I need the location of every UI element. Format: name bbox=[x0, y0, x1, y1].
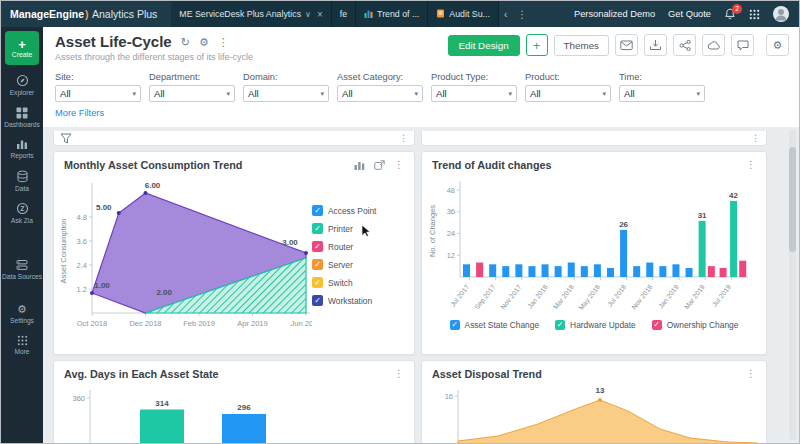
legend-server[interactable]: ✓Server bbox=[312, 259, 410, 270]
personalized-demo-link[interactable]: Personalized Demo bbox=[574, 9, 655, 19]
svg-text:Z: Z bbox=[20, 205, 25, 212]
sidebar-item-data[interactable]: Data bbox=[1, 165, 43, 198]
add-report-button[interactable]: + bbox=[526, 34, 548, 56]
card-menu-icon[interactable]: ⋮ bbox=[394, 369, 404, 379]
sidebar-item-settings[interactable]: ⚙ Settings bbox=[1, 299, 43, 330]
sidebar-item-dashboards[interactable]: Dashboards bbox=[1, 102, 43, 134]
tab-audit-summary[interactable]: Audit Su... bbox=[428, 1, 499, 27]
tab-close-icon[interactable]: × bbox=[317, 9, 323, 20]
card-title: Asset Disposal Trend bbox=[432, 368, 542, 380]
notification-badge: 2 bbox=[732, 4, 742, 14]
filter-funnel-button[interactable] bbox=[60, 133, 72, 144]
checkbox-icon[interactable]: ✓ bbox=[312, 223, 323, 234]
tab-caret-icon[interactable]: ∨ bbox=[305, 10, 311, 19]
svg-text:Mar 2019: Mar 2019 bbox=[683, 283, 706, 310]
svg-text:3.6: 3.6 bbox=[77, 237, 87, 246]
notifications-button[interactable]: 2 bbox=[724, 8, 736, 20]
site-filter-select[interactable]: All▾ bbox=[55, 85, 141, 102]
svg-text:296: 296 bbox=[237, 403, 251, 412]
chart-tab-icon bbox=[364, 9, 373, 20]
svg-text:Jan 2019: Jan 2019 bbox=[657, 283, 680, 310]
filter-domain: Domain: All▾ bbox=[243, 72, 329, 102]
legend-hardware-update[interactable]: ✓Hardware Update bbox=[555, 320, 636, 330]
department-filter-select[interactable]: All▾ bbox=[149, 85, 235, 102]
sidebar-item-data-sources[interactable]: Data Sources bbox=[1, 254, 43, 286]
create-button[interactable]: + Create bbox=[5, 31, 39, 65]
checkbox-icon[interactable]: ✓ bbox=[312, 205, 323, 216]
sidebar-item-explorer[interactable]: Explorer bbox=[1, 69, 43, 102]
settings-button[interactable]: ⚙ bbox=[766, 34, 789, 56]
svg-text:Sep 2017: Sep 2017 bbox=[473, 283, 497, 311]
main-content: Asset Life-Cycle ↻ ⚙ ⋮ Assets through th… bbox=[43, 27, 799, 443]
refresh-icon[interactable]: ↻ bbox=[181, 36, 190, 48]
tab-strip-more-icon[interactable]: ⋮ bbox=[512, 1, 532, 27]
svg-text:5.00: 5.00 bbox=[96, 203, 112, 212]
sidebar-item-more[interactable]: More bbox=[1, 330, 43, 361]
svg-text:13: 13 bbox=[596, 386, 605, 395]
tab-trend-of[interactable]: Trend of ... bbox=[356, 1, 428, 27]
time-filter-select[interactable]: All▾ bbox=[619, 85, 705, 102]
svg-text:Jul 2017: Jul 2017 bbox=[449, 283, 470, 308]
legend-workstation[interactable]: ✓Workstation bbox=[312, 295, 410, 306]
themes-button[interactable]: Themes bbox=[554, 35, 609, 56]
partial-card-menu-icon[interactable]: ⋮ bbox=[751, 133, 760, 143]
legend-switch[interactable]: ✓Switch bbox=[312, 277, 410, 288]
checkbox-icon[interactable]: ✓ bbox=[312, 259, 323, 270]
checkbox-icon[interactable]: ✓ bbox=[555, 320, 565, 330]
legend-printer[interactable]: ✓Printer bbox=[312, 223, 410, 234]
svg-text:12: 12 bbox=[447, 251, 455, 260]
data-sources-icon bbox=[16, 259, 28, 271]
legend-access-point[interactable]: ✓Access Point bbox=[312, 205, 410, 216]
sidebar-item-reports[interactable]: Reports bbox=[1, 133, 43, 165]
get-quote-link[interactable]: Get Quote bbox=[668, 9, 711, 19]
more-grid-icon bbox=[17, 335, 28, 346]
svg-text:Nov 2017: Nov 2017 bbox=[499, 283, 523, 310]
sidebar-item-ask-zia[interactable]: Z Ask Zia bbox=[1, 197, 43, 230]
title-more-icon[interactable]: ⋮ bbox=[218, 36, 229, 48]
tab-overflow-chevron-icon[interactable]: ‹ bbox=[499, 1, 512, 27]
legend-router[interactable]: ✓Router bbox=[312, 241, 410, 252]
card-monthly-asset-consumption: Monthly Asset Consumption Trend ⋮ 1.22.4… bbox=[53, 151, 415, 355]
card-avg-days-in-asset-state: Avg. Days in Each Asset State ⋮ 36031429… bbox=[53, 360, 415, 443]
card-menu-icon[interactable]: ⋮ bbox=[746, 160, 756, 170]
legend-asset-state-change[interactable]: ✓Asset State Change bbox=[450, 320, 540, 330]
sidebar: + Create Explorer Dashboards Reports Dat… bbox=[1, 27, 43, 443]
checkbox-icon[interactable]: ✓ bbox=[312, 295, 323, 306]
legend-ownership-change[interactable]: ✓Ownership Change bbox=[652, 320, 739, 330]
email-button[interactable] bbox=[615, 34, 638, 56]
export-button[interactable] bbox=[644, 34, 667, 56]
partial-card-menu-icon[interactable]: ⋮ bbox=[399, 133, 408, 143]
card-menu-icon[interactable]: ⋮ bbox=[746, 369, 756, 379]
dashboard-scrollbar[interactable] bbox=[789, 129, 796, 440]
partial-card-right: ⋮ bbox=[421, 131, 767, 146]
caret-down-icon: ▾ bbox=[132, 90, 136, 98]
maximize-icon[interactable] bbox=[374, 160, 385, 170]
dashboard-settings-icon[interactable]: ⚙ bbox=[199, 36, 209, 48]
scrolled-cards-partial: ⋮ ⋮ bbox=[53, 131, 799, 146]
checkbox-icon[interactable]: ✓ bbox=[312, 277, 323, 288]
edit-design-button[interactable]: Edit Design bbox=[448, 35, 520, 56]
more-filters-link[interactable]: More Filters bbox=[55, 108, 104, 118]
tab-partial[interactable]: fe bbox=[332, 1, 356, 27]
dashboards-icon bbox=[16, 107, 28, 119]
domain-filter-select[interactable]: All▾ bbox=[243, 85, 329, 102]
tab-me-servicedesk-analytics[interactable]: ME ServiceDesk Plus Analytics ∨ × bbox=[171, 1, 331, 27]
product-filter-select[interactable]: All▾ bbox=[525, 85, 611, 102]
svg-text:Asset Consumption: Asset Consumption bbox=[59, 218, 68, 283]
avatar[interactable] bbox=[773, 6, 789, 22]
share-button[interactable] bbox=[673, 34, 696, 56]
scrollbar-thumb[interactable] bbox=[789, 147, 796, 252]
asset-category-filter-select[interactable]: All▾ bbox=[337, 85, 423, 102]
comment-button[interactable] bbox=[731, 34, 754, 56]
app-logo[interactable]: ManageEngine) Analytics Plus bbox=[10, 8, 157, 20]
filter-time: Time: All▾ bbox=[619, 72, 705, 102]
card-menu-icon[interactable]: ⋮ bbox=[394, 160, 404, 170]
comment-icon bbox=[737, 40, 749, 51]
publish-button[interactable] bbox=[702, 34, 725, 56]
checkbox-icon[interactable]: ✓ bbox=[652, 320, 662, 330]
checkbox-icon[interactable]: ✓ bbox=[312, 241, 323, 252]
product-type-filter-select[interactable]: All▾ bbox=[431, 85, 517, 102]
chart-type-icon[interactable] bbox=[354, 160, 365, 170]
apps-grid-button[interactable] bbox=[749, 9, 760, 20]
checkbox-icon[interactable]: ✓ bbox=[450, 320, 460, 330]
